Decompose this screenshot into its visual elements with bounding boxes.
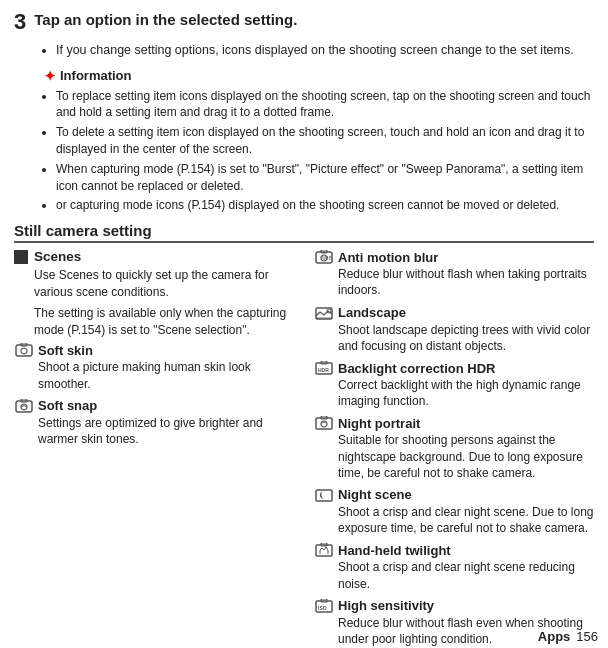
page-container: 3 Tap an option in the selected setting.… [0, 0, 608, 648]
night-portrait-row: Night portrait [314, 415, 594, 431]
scenes-desc2: The setting is available only when the c… [34, 305, 304, 339]
night-portrait-icon [314, 415, 334, 431]
night-scene-desc: Shoot a crisp and clear night scene. Due… [338, 504, 594, 536]
night-scene-icon [314, 487, 334, 503]
landscape-desc: Shoot landscape depicting trees with viv… [338, 322, 594, 354]
backlight-hdr-name: Backlight correction HDR [338, 361, 495, 376]
info-bullet-1: To replace setting item icons displayed … [56, 88, 594, 122]
step-header: 3 Tap an option in the selected setting. [14, 10, 594, 34]
soft-snap-icon [14, 398, 34, 414]
high-sensitivity-name: High sensitivity [338, 598, 434, 613]
hand-held-twilight-row: Hand-held twilight [314, 542, 594, 558]
still-camera-setting: Still camera setting Scenes Use Scenes t… [14, 222, 594, 648]
night-scene-row: Night scene [314, 487, 594, 503]
hand-held-twilight-icon [314, 542, 334, 558]
svg-text:HDR: HDR [318, 367, 329, 373]
bottom-bar: Apps 156 [488, 624, 608, 648]
info-diamond-icon: ✦ [44, 68, 56, 84]
backlight-hdr-block: HDR Backlight correction HDR Correct bac… [314, 360, 594, 409]
high-sensitivity-row: ISO High sensitivity [314, 598, 594, 614]
info-section: ✦ Information To replace setting item ic… [44, 68, 594, 215]
hand-held-twilight-desc: Shoot a crisp and clear night scene redu… [338, 559, 594, 591]
anti-motion-blur-icon: AMB [314, 249, 334, 265]
info-bullet-2: To delete a setting item icon displayed … [56, 124, 594, 158]
soft-skin-desc: Shoot a picture making human skin look s… [38, 359, 304, 391]
scenes-square-icon [14, 250, 28, 264]
svg-rect-18 [316, 490, 332, 501]
info-bullet-4: or capturing mode icons (P.154) displaye… [56, 197, 594, 214]
soft-snap-row: Soft snap [14, 398, 304, 414]
scenes-desc1: Use Scenes to quickly set up the camera … [34, 267, 304, 301]
step-title: Tap an option in the selected setting. [34, 10, 297, 30]
svg-text:AMB: AMB [321, 255, 333, 261]
step-bullet-1: If you change setting options, icons dis… [56, 42, 594, 60]
landscape-icon [314, 305, 334, 321]
soft-skin-icon [14, 342, 34, 358]
anti-motion-blur-desc: Reduce blur without flash when taking po… [338, 266, 594, 298]
anti-motion-blur-row: AMB Anti motion blur [314, 249, 594, 265]
apps-label: Apps [538, 629, 571, 644]
svg-point-5 [21, 404, 27, 410]
two-col-layout: Scenes Use Scenes to quickly set up the … [14, 249, 594, 648]
info-body: To replace setting item icons displayed … [44, 88, 594, 215]
scenes-header: Scenes [14, 249, 304, 264]
soft-skin-block: Soft skin Shoot a picture making human s… [14, 342, 304, 391]
info-title: Information [60, 68, 132, 83]
soft-snap-block: Soft snap Settings are optimized to give… [14, 398, 304, 447]
night-scene-name: Night scene [338, 487, 412, 502]
info-bullet-3: When capturing mode (P.154) is set to "B… [56, 161, 594, 195]
hand-held-twilight-name: Hand-held twilight [338, 543, 451, 558]
soft-snap-desc: Settings are optimized to give brighter … [38, 415, 304, 447]
landscape-name: Landscape [338, 305, 406, 320]
night-portrait-block: Night portrait Suitable for shooting per… [314, 415, 594, 481]
page-number: 156 [576, 629, 598, 644]
scenes-label: Scenes [34, 249, 81, 264]
night-scene-block: Night scene Shoot a crisp and clear nigh… [314, 487, 594, 536]
high-sensitivity-icon: ISO [314, 598, 334, 614]
step-number: 3 [14, 10, 26, 34]
section-title: Still camera setting [14, 222, 594, 243]
backlight-hdr-row: HDR Backlight correction HDR [314, 360, 594, 376]
info-header: ✦ Information [44, 68, 594, 84]
soft-snap-name: Soft snap [38, 398, 97, 413]
soft-skin-row: Soft skin [14, 342, 304, 358]
step-body: If you change setting options, icons dis… [44, 42, 594, 60]
night-portrait-name: Night portrait [338, 416, 420, 431]
night-portrait-desc: Suitable for shooting persons against th… [338, 432, 594, 481]
backlight-hdr-desc: Correct backlight with the high dynamic … [338, 377, 594, 409]
backlight-hdr-icon: HDR [314, 360, 334, 376]
left-column: Scenes Use Scenes to quickly set up the … [14, 249, 304, 648]
right-column: AMB Anti motion blur Reduce blur without… [314, 249, 594, 648]
landscape-block: Landscape Shoot landscape depicting tree… [314, 305, 594, 354]
soft-skin-name: Soft skin [38, 343, 93, 358]
hand-held-twilight-block: Hand-held twilight Shoot a crisp and cle… [314, 542, 594, 591]
anti-motion-blur-block: AMB Anti motion blur Reduce blur without… [314, 249, 594, 298]
svg-point-2 [21, 348, 27, 354]
landscape-row: Landscape [314, 305, 594, 321]
svg-text:ISO: ISO [318, 605, 327, 611]
anti-motion-blur-name: Anti motion blur [338, 250, 438, 265]
